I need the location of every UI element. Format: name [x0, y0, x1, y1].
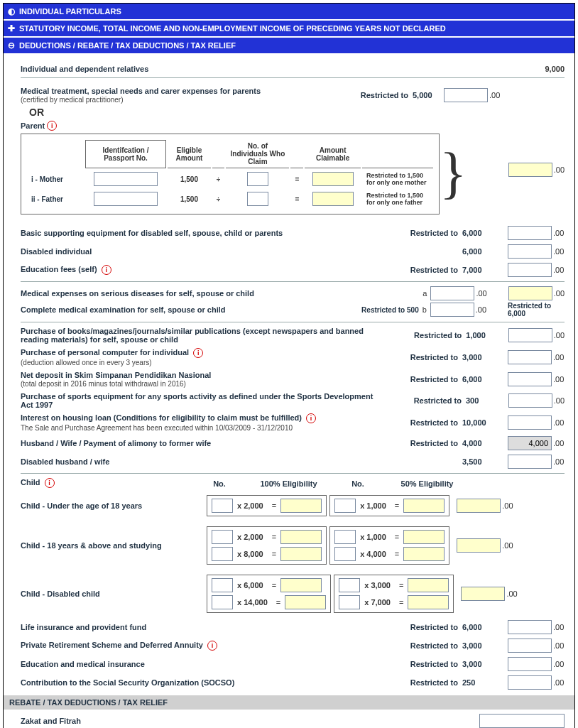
label-med-serious: Medical expenses on serious diseases for…: [21, 289, 419, 298]
label-or: OR: [29, 107, 501, 118]
input-mother-id[interactable]: [94, 172, 158, 186]
info-icon[interactable]: i: [306, 413, 316, 423]
input-socso[interactable]: [508, 675, 552, 690]
label-mother-restriction: Restricted to 1,500 for only one mother: [362, 170, 433, 188]
label-b: b: [419, 305, 430, 314]
input-med-exam-b[interactable]: [430, 303, 474, 317]
input-child-db-50-no[interactable]: [339, 595, 360, 609]
input-zakat[interactable]: [479, 714, 565, 728]
label-father: ii - Father: [27, 190, 84, 208]
subheader-rebate: REBATE / TAX DEDUCTIONS / TAX RELIEF: [4, 695, 574, 710]
input-child-da-100-no[interactable]: [212, 578, 233, 592]
label-sports: Purchase of sports equipment for any spo…: [21, 392, 382, 409]
info-icon[interactable]: i: [45, 478, 55, 488]
header-individual-particulars[interactable]: ◐ INDIVIDUAL PARTICULARS: [4, 4, 574, 21]
info-icon[interactable]: i: [207, 641, 217, 651]
col-eligible: Eligible Amount: [168, 140, 211, 168]
value-basic-support-limit: 6,000: [458, 229, 508, 237]
label-100-eligibility: 100% Eligibility: [234, 479, 344, 488]
input-basic-support[interactable]: [508, 226, 552, 240]
output-child-18b-100: [280, 547, 322, 561]
label-edu-fees: Education fees (self): [21, 265, 97, 273]
input-edu-fees[interactable]: [508, 263, 552, 277]
label-child-u18: Child - Under the age of 18 years: [21, 501, 205, 510]
label-books: Purchase of books/magazines/journals/sim…: [21, 327, 383, 344]
label-disabled-individual: Disabled individual: [21, 247, 373, 256]
output-child-18a-100: [280, 530, 322, 544]
label-child-18study: Child - 18 years & above and studying: [21, 541, 205, 550]
output-father-claim: [312, 192, 354, 206]
header-label: STATUTORY INCOME, TOTAL INCOME AND NON-E…: [19, 24, 446, 33]
label-father-restriction: Restricted to 1,500 for only one father: [362, 190, 433, 208]
input-child-u18-100-no[interactable]: [212, 499, 233, 513]
output-child-db-100: [285, 595, 326, 609]
input-mother-num[interactable]: [247, 172, 268, 186]
label-50-eligibility: 50% Eligibility: [372, 479, 482, 488]
output-child-18a-50: [403, 530, 445, 544]
value-life-limit: 6,000: [458, 623, 508, 631]
input-life-insurance[interactable]: [508, 620, 552, 634]
header-label: INDIVIDUAL PARTICULARS: [19, 7, 121, 16]
output-mother-claim: [312, 172, 354, 186]
input-child-18a-50-no[interactable]: [334, 530, 356, 544]
header-statutory-income[interactable]: ✚ STATUTORY INCOME, TOTAL INCOME AND NON…: [4, 21, 574, 38]
label-socso: Contribution to the Social Security Orga…: [21, 678, 373, 687]
input-disabled-individual[interactable]: [508, 244, 552, 259]
output-child-u18-100: [280, 499, 322, 513]
input-child-18b-50-no[interactable]: [334, 547, 356, 561]
output-child-db-50: [408, 595, 449, 609]
value-housing-limit: 10,000: [458, 418, 508, 427]
output-child-u18-total: [457, 499, 501, 513]
expand-icon: ◐: [8, 6, 15, 16]
label-housing: Interest on housing loan (Conditions for…: [21, 413, 302, 422]
label-prs: Private Retirement Scheme and Deferred A…: [21, 641, 203, 649]
input-disabled-spouse[interactable]: [508, 455, 552, 469]
label-computer: Purchase of personal computer for indivi…: [21, 348, 189, 357]
label-no: No.: [205, 479, 234, 488]
value-indiv-dependent: 9,000: [508, 65, 565, 73]
output-child-18b-50: [403, 547, 445, 561]
label-child-disabled: Child - Disabled child: [21, 590, 205, 598]
input-child-18a-100-no[interactable]: [212, 530, 233, 544]
value-sports-limit: 300: [462, 396, 508, 405]
input-father-num[interactable]: [247, 192, 268, 206]
info-icon[interactable]: i: [193, 348, 203, 358]
expand-icon: ✚: [8, 23, 15, 33]
value-socso-limit: 250: [458, 678, 508, 687]
brace-icon: }: [440, 144, 467, 201]
input-edu-med-ins[interactable]: [508, 657, 552, 671]
label-a: a: [419, 289, 430, 298]
value-alimony-limit: 4,000: [458, 439, 508, 447]
input-alimony: [508, 436, 552, 450]
label-child: Child: [21, 478, 40, 487]
col-id: Identifcation / Passport No.: [85, 140, 166, 168]
output-child-da-100: [280, 578, 322, 592]
label-no-2: No.: [344, 479, 372, 488]
label-alimony: Husband / Wife / Payment of alimony to f…: [21, 439, 373, 447]
info-icon[interactable]: i: [47, 121, 57, 131]
input-sspn[interactable]: [508, 372, 552, 386]
input-med-parents[interactable]: [444, 88, 488, 102]
input-prs[interactable]: [508, 639, 552, 653]
output-child-u18-50: [403, 499, 445, 513]
label-basic-support: Basic supporting equipment for disabled …: [21, 229, 373, 237]
input-child-18b-100-no[interactable]: [212, 547, 233, 561]
input-sports[interactable]: [508, 393, 552, 408]
value-prs-limit: 3,000: [458, 641, 508, 650]
input-father-id[interactable]: [94, 192, 158, 206]
label-restricted: Restricted to: [344, 91, 408, 99]
input-books[interactable]: [508, 328, 552, 342]
info-icon[interactable]: i: [102, 265, 111, 275]
value-sspn-limit: 6,000: [458, 375, 508, 384]
header-deductions[interactable]: ⊖ DEDUCTIONS / REBATE / TAX DEDUCTIONS /…: [4, 38, 574, 55]
input-housing[interactable]: [508, 415, 552, 430]
input-computer[interactable]: [508, 350, 552, 364]
input-child-db-100-no[interactable]: [212, 595, 233, 609]
input-med-serious-a[interactable]: [430, 286, 474, 300]
collapse-icon: ⊖: [8, 40, 15, 50]
input-child-da-50-no[interactable]: [339, 578, 360, 592]
input-child-u18-50-no[interactable]: [334, 499, 356, 513]
label-housing-sub: The Sale and Purchase Agreement has been…: [21, 424, 293, 432]
label-edu-med-ins: Education and medical insurance: [21, 660, 373, 668]
label-med-joint-rest: Restricted to 6,000: [508, 302, 565, 317]
